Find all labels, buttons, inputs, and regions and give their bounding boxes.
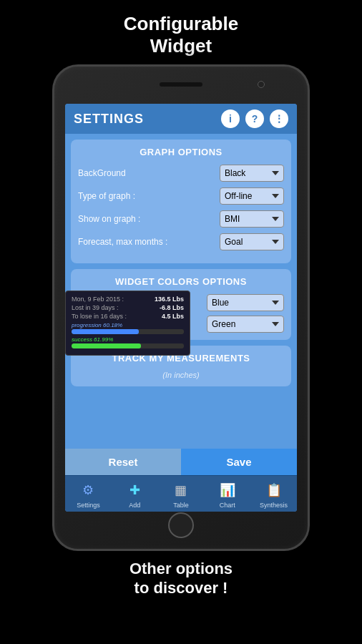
option-row-show-on-graph: Show on graph : BMI xyxy=(78,210,284,228)
header-icons: i ? ⋮ xyxy=(221,109,288,128)
nav-label-synthesis: Synthesis xyxy=(260,502,288,509)
option-row-background: BackGround Black xyxy=(78,165,284,182)
chart-nav-icon: 📊 xyxy=(217,480,238,500)
bottom-promo-line1: Other options xyxy=(129,560,233,577)
color2-dropdown[interactable]: Green xyxy=(207,316,284,333)
phone-speaker xyxy=(160,82,202,87)
phone-camera xyxy=(258,81,265,88)
bottom-promo: Other options to discover ! xyxy=(129,560,233,597)
settings-title: SETTINGS xyxy=(74,112,144,127)
popup-bar2-fill xyxy=(72,343,141,348)
table-nav-icon: ▦ xyxy=(171,480,191,500)
color1-dropdown[interactable]: Blue xyxy=(207,294,284,311)
top-title-line1: Configurable xyxy=(124,13,238,34)
option-label-show-on-graph: Show on graph : xyxy=(78,214,140,224)
color1-value: Blue xyxy=(212,298,229,308)
help-icon-button[interactable]: ? xyxy=(245,109,264,128)
option-row-forecast: Forecast, max months : Goal xyxy=(78,233,284,250)
nav-item-chart[interactable]: 📊 Chart xyxy=(204,476,250,512)
popup-bar1-row: progression 60.18% xyxy=(72,322,184,334)
popup-lost-label: Lost in 39 days : xyxy=(72,304,119,311)
nav-label-add: Add xyxy=(129,502,140,509)
nav-item-settings[interactable]: ⚙ Settings xyxy=(65,476,112,512)
popup-tolose-row: To lose in 16 days : 4.5 Lbs xyxy=(72,313,184,320)
graph-type-value: Off-line xyxy=(225,191,252,201)
popup-date-label: Mon, 9 Feb 2015 : xyxy=(72,296,124,303)
graph-options-card: GRAPH OPTIONS BackGround Black Type of g… xyxy=(71,140,291,263)
forecast-dropdown[interactable]: Goal xyxy=(220,233,284,250)
bottom-promo-line2: to discover ! xyxy=(134,579,228,597)
graph-type-dropdown[interactable]: Off-line xyxy=(220,187,284,205)
color1-arrow-icon xyxy=(272,301,279,305)
add-nav-icon: ✚ xyxy=(124,480,145,500)
background-dropdown[interactable]: Black xyxy=(220,165,284,182)
nav-item-add[interactable]: ✚ Add xyxy=(112,476,158,512)
widget-colors-title: WIDGET COLORS OPTIONS xyxy=(78,276,284,287)
option-label-graph-type: Type of graph : xyxy=(78,191,135,201)
background-value: Black xyxy=(225,168,245,178)
top-title-line2: Widget xyxy=(150,35,212,57)
phone-wrapper: SETTINGS i ? ⋮ GRAPH OPTIONS BackGround … xyxy=(52,64,310,551)
popup-date-value: 136.5 Lbs xyxy=(155,296,184,303)
nav-label-chart: Chart xyxy=(220,502,235,509)
track-measurements-subtitle: (In inches) xyxy=(78,371,284,379)
popup-bar2-row: success 61.99% xyxy=(72,336,184,348)
nav-label-table: Table xyxy=(173,502,189,509)
top-title: Configurable Widget xyxy=(124,13,238,57)
show-on-graph-value: BMI xyxy=(225,214,240,224)
settings-nav-icon: ⚙ xyxy=(78,480,98,500)
popup-tolose-value: 4.5 Lbs xyxy=(162,313,184,320)
screen-content: GRAPH OPTIONS BackGround Black Type of g… xyxy=(65,134,297,449)
nav-item-table[interactable]: ▦ Table xyxy=(158,476,205,512)
color2-value: Green xyxy=(212,319,235,329)
color-selects: Blue Green xyxy=(207,294,284,333)
save-button[interactable]: Save xyxy=(181,449,297,475)
popup-lost-value: -6.8 Lbs xyxy=(160,304,184,311)
option-label-forecast: Forecast, max months : xyxy=(78,237,167,247)
nav-item-synthesis[interactable]: 📋 Synthesis xyxy=(250,476,297,512)
popup-bar2-label: success 61.99% xyxy=(72,336,184,343)
widget-colors-card: WIDGET COLORS OPTIONS Mon, 9 Feb 2015 : … xyxy=(71,269,291,340)
option-label-background: BackGround xyxy=(78,168,126,178)
bottom-buttons-bar: Reset Save xyxy=(65,449,297,475)
show-on-graph-arrow-icon xyxy=(272,217,279,221)
nav-bar: ⚙ Settings ✚ Add ▦ Table 📊 Chart 📋 Synth… xyxy=(65,475,297,512)
option-row-graph-type: Type of graph : Off-line xyxy=(78,187,284,205)
popup-tolose-label: To lose in 16 days : xyxy=(72,313,127,320)
forecast-value: Goal xyxy=(225,237,243,247)
info-icon-button[interactable]: i xyxy=(221,109,240,128)
forecast-arrow-icon xyxy=(272,240,279,244)
graph-type-arrow-icon xyxy=(272,194,279,198)
more-icon-button[interactable]: ⋮ xyxy=(270,109,288,128)
graph-options-title: GRAPH OPTIONS xyxy=(78,147,284,157)
popup-date-row: Mon, 9 Feb 2015 : 136.5 Lbs xyxy=(72,296,184,303)
popup-bar2-track xyxy=(72,343,184,348)
phone-screen: SETTINGS i ? ⋮ GRAPH OPTIONS BackGround … xyxy=(65,104,297,512)
reset-button[interactable]: Reset xyxy=(65,449,181,475)
popup-lost-row: Lost in 39 days : -6.8 Lbs xyxy=(72,304,184,311)
popup-bar1-label: progression 60.18% xyxy=(72,322,184,328)
popup-bar1-fill xyxy=(72,329,139,334)
color2-arrow-icon xyxy=(272,322,279,326)
nav-label-settings: Settings xyxy=(77,502,100,509)
phone-home-button[interactable] xyxy=(168,512,194,538)
popup-card: Mon, 9 Feb 2015 : 136.5 Lbs Lost in 39 d… xyxy=(65,291,190,356)
synthesis-nav-icon: 📋 xyxy=(264,480,284,500)
background-arrow-icon xyxy=(272,171,279,175)
screen-header: SETTINGS i ? ⋮ xyxy=(65,104,297,134)
show-on-graph-dropdown[interactable]: BMI xyxy=(220,210,284,228)
popup-bar1-track xyxy=(72,329,184,334)
